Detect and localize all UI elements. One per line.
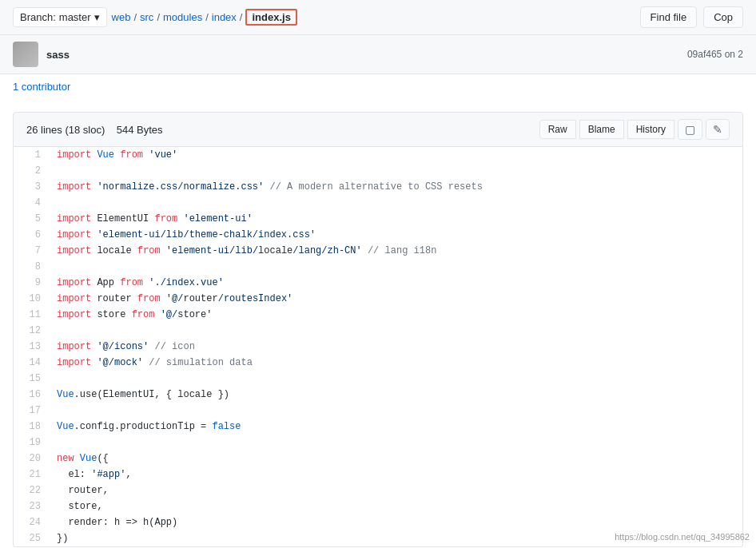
- line-number: 11: [14, 307, 54, 323]
- breadcrumb-src[interactable]: src: [140, 11, 153, 23]
- commit-hash: 09af465 on 2: [687, 49, 743, 60]
- line-number: 2: [14, 163, 54, 179]
- line-number: 8: [14, 259, 54, 275]
- table-row: 5import ElementUI from 'element-ui': [14, 211, 742, 227]
- line-number: 25: [14, 530, 54, 546]
- line-number: 10: [14, 291, 54, 307]
- table-row: 14import '@/mock' // simulation data: [14, 355, 742, 371]
- top-bar-actions: Find file Cop: [640, 6, 743, 28]
- line-code: [54, 371, 742, 387]
- lines-count: 26 lines (18 sloc): [26, 124, 105, 136]
- line-number: 7: [14, 243, 54, 259]
- edit-icon[interactable]: ✎: [706, 119, 730, 140]
- table-row: 25}): [14, 530, 742, 546]
- branch-label: Branch:: [20, 11, 56, 23]
- line-code: import router from '@/router/routesIndex…: [54, 291, 742, 307]
- file-size: 544 Bytes: [117, 124, 163, 136]
- line-number: 17: [14, 403, 54, 419]
- contributor-bar: 1 contributor: [0, 74, 756, 99]
- line-code: import 'normalize.css/normalize.css' // …: [54, 179, 742, 195]
- table-row: 10import router from '@/router/routesInd…: [14, 291, 742, 307]
- line-number: 9: [14, 275, 54, 291]
- branch-selector[interactable]: Branch: master ▾: [13, 7, 107, 27]
- line-code: import locale from 'element-ui/lib/local…: [54, 243, 742, 259]
- table-row: 7import locale from 'element-ui/lib/loca…: [14, 243, 742, 259]
- breadcrumb-index[interactable]: index: [212, 11, 237, 23]
- table-row: 13import '@/icons' // icon: [14, 339, 742, 355]
- line-number: 21: [14, 467, 54, 482]
- table-row: 15: [14, 371, 742, 387]
- line-number: 22: [14, 482, 54, 498]
- line-code: Vue.use(ElementUI, { locale }): [54, 387, 742, 403]
- table-row: 16Vue.use(ElementUI, { locale }): [14, 387, 742, 403]
- line-code: import 'element-ui/lib/theme-chalk/index…: [54, 227, 742, 243]
- line-code: [54, 259, 742, 275]
- line-code: [54, 163, 742, 179]
- breadcrumb-web[interactable]: web: [112, 11, 131, 23]
- top-bar: Branch: master ▾ web / src / modules / i…: [0, 0, 756, 35]
- line-number: 14: [14, 355, 54, 371]
- line-number: 18: [14, 419, 54, 435]
- line-code: [54, 195, 742, 211]
- line-code: import '@/mock' // simulation data: [54, 355, 742, 371]
- file-stats: 26 lines (18 sloc) 544 Bytes: [26, 124, 533, 136]
- table-row: 1import Vue from 'vue': [14, 147, 742, 163]
- line-number: 4: [14, 195, 54, 211]
- blame-button[interactable]: Blame: [579, 120, 624, 139]
- table-row: 6import 'element-ui/lib/theme-chalk/inde…: [14, 227, 742, 243]
- breadcrumb-modules[interactable]: modules: [163, 11, 202, 23]
- file-actions: Raw Blame History ▢ ✎: [539, 119, 730, 140]
- line-code: import '@/icons' // icon: [54, 339, 742, 355]
- line-number: 23: [14, 498, 54, 514]
- line-number: 20: [14, 451, 54, 467]
- history-button[interactable]: History: [627, 120, 674, 139]
- line-code: render: h => h(App): [54, 514, 742, 530]
- copy-button[interactable]: Cop: [703, 6, 743, 28]
- line-number: 1: [14, 147, 54, 163]
- table-row: 22 router,: [14, 482, 742, 498]
- breadcrumb: web / src / modules / index / index.js: [112, 9, 635, 26]
- commit-author: sass: [46, 49, 70, 61]
- table-row: 18Vue.config.productionTip = false: [14, 419, 742, 435]
- chevron-down-icon: ▾: [94, 11, 100, 23]
- line-code: import Vue from 'vue': [54, 147, 742, 163]
- code-container: 1import Vue from 'vue'2 3import 'normali…: [13, 147, 743, 547]
- desktop-icon[interactable]: ▢: [678, 119, 702, 140]
- table-row: 19: [14, 435, 742, 451]
- line-code: Vue.config.productionTip = false: [54, 419, 742, 435]
- raw-button[interactable]: Raw: [539, 120, 576, 139]
- line-code: new Vue({: [54, 451, 742, 467]
- table-row: 20new Vue({: [14, 451, 742, 467]
- line-number: 16: [14, 387, 54, 403]
- find-file-button[interactable]: Find file: [640, 6, 698, 28]
- branch-name: master: [59, 11, 91, 23]
- line-code: [54, 403, 742, 419]
- line-code: import store from '@/store': [54, 307, 742, 323]
- commit-bar: sass 09af465 on 2: [0, 35, 756, 74]
- line-number: 15: [14, 371, 54, 387]
- line-code: router,: [54, 482, 742, 498]
- table-row: 21 el: '#app',: [14, 467, 742, 482]
- line-code: store,: [54, 498, 742, 514]
- line-code: el: '#app',: [54, 467, 742, 482]
- line-number: 5: [14, 211, 54, 227]
- line-code: import App from './index.vue': [54, 275, 742, 291]
- file-info-bar: 26 lines (18 sloc) 544 Bytes Raw Blame H…: [13, 112, 743, 147]
- table-row: 3import 'normalize.css/normalize.css' //…: [14, 179, 742, 195]
- table-row: 17: [14, 403, 742, 419]
- table-row: 9import App from './index.vue': [14, 275, 742, 291]
- table-row: 12: [14, 323, 742, 339]
- line-number: 6: [14, 227, 54, 243]
- line-number: 3: [14, 179, 54, 195]
- contributor-link[interactable]: 1 contributor: [13, 81, 70, 93]
- line-code: import ElementUI from 'element-ui': [54, 211, 742, 227]
- table-row: 8: [14, 259, 742, 275]
- line-code: [54, 323, 742, 339]
- code-table: 1import Vue from 'vue'2 3import 'normali…: [14, 147, 742, 546]
- avatar: [13, 42, 38, 67]
- table-row: 4: [14, 195, 742, 211]
- commit-info: sass 09af465 on 2: [46, 49, 743, 61]
- line-number: 13: [14, 339, 54, 355]
- table-row: 24 render: h => h(App): [14, 514, 742, 530]
- line-code: [54, 435, 742, 451]
